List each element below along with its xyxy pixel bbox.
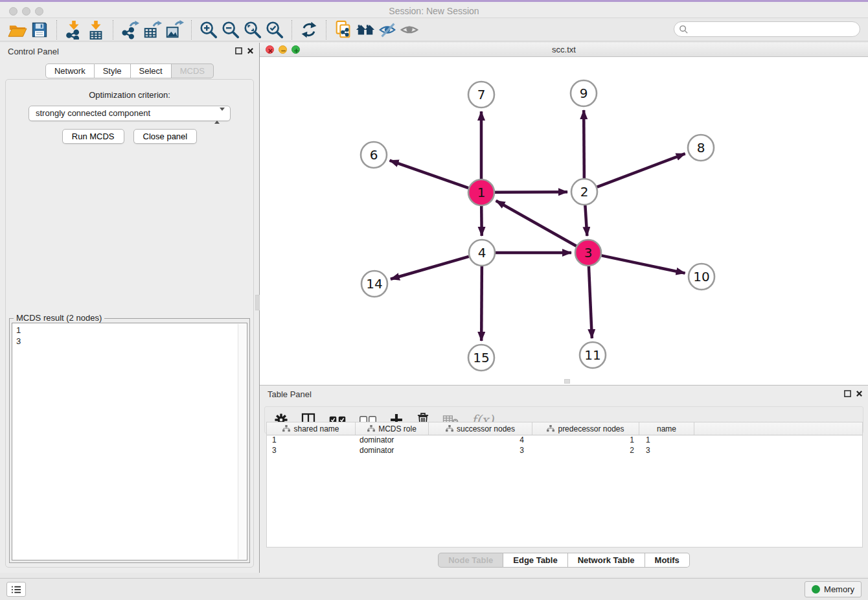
mcds-result-line: 1 <box>16 325 247 336</box>
optimization-criterion-select[interactable]: strongly connected component <box>29 106 231 121</box>
close-table-panel-icon[interactable] <box>856 390 863 397</box>
graph-node-11[interactable]: 11 <box>580 342 606 368</box>
graph-edge-2-8[interactable] <box>597 154 685 187</box>
close-panel-icon[interactable] <box>247 47 254 54</box>
graph-edge-4-15[interactable] <box>481 266 482 341</box>
table-cell[interactable]: 3 <box>267 446 356 456</box>
graph-edge-2-3[interactable] <box>585 205 587 236</box>
clone-network-icon[interactable] <box>332 19 354 40</box>
column-header-name[interactable]: name <box>639 422 694 435</box>
table-cell[interactable]: 4 <box>429 435 532 446</box>
tab-style[interactable]: Style <box>95 63 131 78</box>
export-image-icon[interactable] <box>163 19 185 40</box>
table-cell[interactable]: 3 <box>639 446 694 456</box>
open-session-icon[interactable] <box>6 19 29 40</box>
graph-node-1[interactable]: 1 <box>468 179 494 205</box>
table-row[interactable]: 3dominator323 <box>267 446 862 456</box>
graph-node-3[interactable]: 3 <box>575 240 601 266</box>
network-graph[interactable]: 7 9 6 8 1 2 4 3 14 10 15 11 <box>260 57 868 386</box>
import-table-icon[interactable] <box>85 19 107 40</box>
save-session-icon[interactable] <box>29 19 51 40</box>
graph-node-2[interactable]: 2 <box>571 179 597 205</box>
graph-edge-4-14[interactable] <box>391 257 469 279</box>
search-box[interactable] <box>674 21 860 37</box>
zoom-selected-icon[interactable] <box>264 19 286 40</box>
network-canvas[interactable]: 7 9 6 8 1 2 4 3 14 10 15 11 <box>260 57 868 385</box>
table-cell[interactable]: 3 <box>429 446 532 456</box>
close-panel-button[interactable]: Close panel <box>133 129 198 144</box>
run-mcds-button[interactable]: Run MCDS <box>62 129 124 144</box>
graph-node-9[interactable]: 9 <box>571 80 597 106</box>
table-cell[interactable]: dominator <box>356 446 429 456</box>
zoom-out-icon[interactable] <box>220 19 242 40</box>
graph-edge-3-11[interactable] <box>589 266 592 338</box>
graph-edge-3-10[interactable] <box>602 255 685 273</box>
column-header-successor-nodes[interactable]: successor nodes <box>429 422 532 435</box>
table-panel: Table Panel <box>260 386 868 577</box>
network-view-window: scc.txt 7 9 6 8 1 2 4 3 14 10 15 11 <box>260 43 868 386</box>
graph-node-15[interactable]: 15 <box>468 345 494 371</box>
graph-node-10[interactable]: 10 <box>689 264 714 290</box>
table-row[interactable]: 1dominator411 <box>267 435 862 446</box>
graph-edge-1-2[interactable] <box>495 192 567 192</box>
tab-network-table[interactable]: Network Table <box>568 553 645 568</box>
graph-node-14[interactable]: 14 <box>361 271 387 297</box>
graph-node-6[interactable]: 6 <box>361 142 387 168</box>
splitter-grip[interactable] <box>255 295 260 310</box>
float-table-panel-icon[interactable] <box>844 390 851 397</box>
table-cell[interactable]: 2 <box>532 446 639 456</box>
zoom-in-icon[interactable] <box>198 19 220 40</box>
import-network-icon[interactable] <box>63 19 85 40</box>
result-scrollbar[interactable] <box>238 324 246 559</box>
mcds-result-textarea[interactable]: 13 <box>12 323 247 560</box>
memory-button[interactable]: Memory <box>805 581 862 597</box>
graph-edge-1-6[interactable] <box>390 161 469 188</box>
tab-motifs[interactable]: Motifs <box>645 553 690 568</box>
svg-text:15: 15 <box>473 350 489 365</box>
hide-selected-eye-icon[interactable] <box>376 19 398 40</box>
show-all-eye-icon[interactable] <box>398 19 420 40</box>
graph-node-7[interactable]: 7 <box>468 82 494 108</box>
first-neighbors-icon[interactable] <box>354 19 376 40</box>
float-panel-icon[interactable] <box>235 47 242 54</box>
tab-select[interactable]: Select <box>131 63 172 78</box>
svg-text:7: 7 <box>477 87 486 102</box>
workspace: scc.txt 7 9 6 8 1 2 4 3 14 10 15 11 T <box>260 43 868 577</box>
graph-node-4[interactable]: 4 <box>469 240 495 266</box>
toolbar-separator <box>56 20 57 40</box>
attribute-tree-icon <box>282 425 290 432</box>
svg-text:2: 2 <box>580 184 589 200</box>
graph-node-8[interactable]: 8 <box>688 135 714 161</box>
svg-text:11: 11 <box>584 347 600 363</box>
canvas-resize-grip[interactable] <box>564 379 570 384</box>
refresh-icon[interactable] <box>298 19 320 40</box>
table-cell[interactable]: 1 <box>532 435 639 446</box>
search-input[interactable] <box>689 25 860 34</box>
table-browser-tabs: Node Table Edge Table Network Table Moti… <box>260 553 868 568</box>
table-panel-title: Table Panel <box>268 389 312 399</box>
column-header-predecessor-nodes[interactable]: predecessor nodes <box>532 422 639 435</box>
task-history-button[interactable] <box>6 582 26 597</box>
toolbar-separator <box>326 20 326 40</box>
tab-edge-table[interactable]: Edge Table <box>503 553 567 568</box>
table-cell[interactable]: dominator <box>356 435 429 446</box>
tab-mcds[interactable]: MCDS <box>172 63 214 78</box>
node-table: shared name MCDS role successor nodes pr… <box>266 422 863 548</box>
search-icon <box>679 25 689 34</box>
mcds-panel-body: Optimization criterion: strongly connect… <box>5 79 254 568</box>
tab-network[interactable]: Network <box>45 63 95 78</box>
zoom-fit-icon[interactable] <box>242 19 264 40</box>
export-table-icon[interactable] <box>141 19 163 40</box>
graph-edge-2-9[interactable] <box>584 110 584 178</box>
table-cell[interactable]: 1 <box>639 435 694 446</box>
table-cell[interactable]: 1 <box>267 435 356 446</box>
export-network-icon[interactable] <box>119 19 141 40</box>
column-header-mcds-role[interactable]: MCDS role <box>356 422 429 435</box>
graph-edge-3-1[interactable] <box>496 201 577 246</box>
mcds-result-line: 3 <box>16 336 247 347</box>
network-window-title: scc.txt <box>260 45 868 54</box>
tab-node-table[interactable]: Node Table <box>438 553 503 568</box>
svg-text:8: 8 <box>697 140 705 156</box>
column-header-shared-name[interactable]: shared name <box>267 422 356 435</box>
svg-text:4: 4 <box>478 245 486 260</box>
